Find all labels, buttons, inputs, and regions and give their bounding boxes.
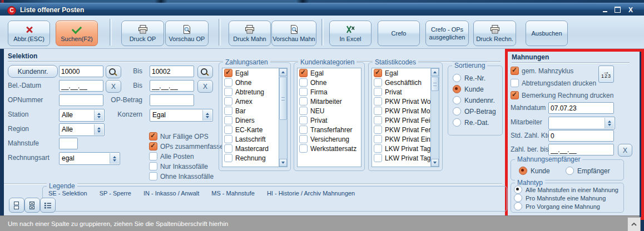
checkbox-icon[interactable]	[224, 88, 232, 96]
station-select[interactable]: Alle	[59, 109, 105, 122]
list-item[interactable]: Ohne	[222, 78, 279, 87]
list-item[interactable]: Egal	[298, 68, 361, 78]
list-item[interactable]: NEU	[298, 106, 361, 116]
list-item[interactable]: Firma	[298, 87, 361, 97]
checkbox-gem-mahnzyklus[interactable]: gem. Mahnzyklus	[511, 67, 573, 75]
mitarbeiter-select[interactable]	[548, 117, 615, 129]
radio-icon[interactable]	[453, 96, 461, 104]
checkbox-icon[interactable]	[374, 97, 382, 106]
radio-icon[interactable]	[514, 194, 522, 202]
checkbox-icon[interactable]	[299, 69, 308, 77]
list-item[interactable]: Ohne	[298, 78, 361, 87]
radio-kunde[interactable]: Kunde	[453, 85, 484, 93]
maximize-button[interactable]	[613, 6, 622, 13]
radio-kundennr[interactable]: Kundennr.	[453, 96, 495, 104]
spinner-icon[interactable]	[110, 153, 119, 164]
scroll-thumb[interactable]	[431, 77, 439, 91]
list-item[interactable]: Abtretung	[222, 87, 279, 97]
checkbox-abtretungsdaten[interactable]: Abtretungsdaten drucken	[511, 79, 596, 87]
scroll-thumb[interactable]	[279, 77, 287, 120]
list-item[interactable]: Geschäftlich	[372, 78, 430, 87]
checkbox-icon[interactable]	[374, 88, 382, 96]
checkbox-nur-faellige-ops[interactable]: Nur Fällige OPS	[149, 132, 209, 140]
radio-icon[interactable]	[453, 118, 461, 127]
view-checked-button[interactable]	[24, 198, 40, 213]
statistikcodes-list[interactable]: Egal Geschäftlich Privat PKW Privat Woch…	[371, 68, 439, 167]
zahl-ber-bis-input[interactable]	[548, 144, 614, 155]
checkbox-icon[interactable]	[374, 107, 382, 115]
checkbox-icon[interactable]	[374, 154, 382, 162]
radio-pro-vorgang[interactable]: Pro Vorgang eine Mahnung	[514, 202, 600, 210]
radio-empf-kunde[interactable]: Kunde	[519, 167, 550, 175]
checkbox-icon[interactable]	[374, 78, 382, 87]
checkbox-icon[interactable]	[511, 67, 519, 75]
list-item[interactable]: Versicherung	[298, 134, 361, 144]
list-item[interactable]: Amex	[222, 97, 279, 106]
list-item[interactable]: Egal	[372, 68, 430, 78]
close-button[interactable]	[626, 6, 635, 13]
scroll-up-icon[interactable]	[279, 68, 287, 76]
radio-icon[interactable]	[566, 167, 574, 175]
radio-alle-mahnstufen[interactable]: Alle Mahnstufen in einer Mahnung	[514, 185, 618, 194]
list-item[interactable]: Rechnung	[222, 153, 279, 163]
checkbox-icon[interactable]	[511, 91, 519, 99]
checkbox-ops-zusammenfassen[interactable]: OPs zusammenfassen	[149, 142, 227, 150]
radio-icon[interactable]	[453, 85, 461, 93]
crefo-ops-button[interactable]: Crefo - OPs ausgeglichen	[425, 21, 469, 46]
scrollbar[interactable]	[279, 68, 287, 167]
rechnungsart-select[interactable]: egal	[59, 152, 120, 165]
print-op-button[interactable]: Druck OP	[121, 21, 164, 46]
checkbox-icon[interactable]	[374, 144, 382, 153]
checkbox-icon[interactable]	[299, 144, 308, 153]
checkbox-icon[interactable]	[299, 125, 308, 134]
view-unchecked-button[interactable]	[9, 198, 24, 213]
checkbox-icon[interactable]	[224, 97, 232, 106]
list-item[interactable]: LKW Privat Tages	[372, 153, 430, 163]
preview-mahn-button[interactable]: Vorschau Mahn	[271, 21, 316, 46]
list-item[interactable]: Mastercard	[222, 144, 279, 153]
mahnzyklus-sequence-button[interactable]: 123	[598, 66, 614, 83]
konzern-select[interactable]: Egal	[150, 109, 213, 122]
radio-icon[interactable]	[514, 202, 522, 210]
radio-icon[interactable]	[514, 185, 522, 194]
scrollbar[interactable]	[430, 68, 439, 167]
list-item[interactable]: Privat	[372, 87, 430, 97]
opnummer-input[interactable]	[59, 94, 103, 106]
radio-icon[interactable]	[519, 167, 527, 175]
checkbox-icon[interactable]	[224, 125, 232, 134]
preview-op-button[interactable]: Vorschau OP	[165, 21, 209, 46]
checkbox-icon[interactable]	[224, 116, 232, 124]
mahndatum-input[interactable]	[548, 102, 614, 114]
checkbox-icon[interactable]	[299, 107, 308, 115]
region-select[interactable]: Alle	[59, 123, 105, 136]
export-excel-button[interactable]: In Excel	[329, 21, 371, 46]
scroll-up-icon[interactable]	[431, 68, 439, 76]
radio-empf-empfaenger[interactable]: Empfänger	[566, 167, 610, 175]
beldatum-to-clear-button[interactable]	[197, 80, 213, 93]
checkbox-icon[interactable]	[149, 142, 157, 150]
abort-button[interactable]: Abbr.(ESC)	[8, 21, 50, 46]
checkbox-icon[interactable]	[374, 125, 382, 134]
beldatum-from-input[interactable]	[59, 80, 103, 92]
checkbox-icon[interactable]	[149, 152, 157, 160]
scroll-down-icon[interactable]	[431, 159, 439, 167]
checkbox-icon[interactable]	[299, 97, 308, 106]
spinner-icon[interactable]	[94, 110, 103, 120]
list-item[interactable]: Werkstattersatz	[298, 144, 361, 153]
zahl-ber-bis-clear-button[interactable]	[618, 144, 632, 157]
grid-scroll-up-button[interactable]	[627, 217, 641, 231]
kundenkategorien-list[interactable]: Egal Ohne Firma Mitarbeiter NEU Privat T…	[297, 68, 361, 167]
list-item[interactable]: PKW Privat Woche	[372, 97, 430, 106]
crefo-button[interactable]: Crefo	[378, 21, 420, 46]
checkbox-icon[interactable]	[299, 78, 308, 87]
list-item[interactable]: Lastschrift	[222, 134, 279, 144]
spinner-icon[interactable]	[94, 124, 103, 135]
list-item[interactable]: PKW Privat Monats	[372, 106, 430, 116]
opbetrag-input[interactable]	[150, 94, 194, 106]
minimize-button[interactable]	[601, 6, 610, 13]
kundennr-to-search-button[interactable]	[197, 66, 213, 78]
kundennr-to-input[interactable]	[150, 66, 194, 77]
print-rechn-button[interactable]: Druck Rechn.	[473, 21, 516, 46]
list-item[interactable]: PKW Privat Feiertag	[372, 116, 430, 125]
list-item[interactable]: Transferfahrer	[298, 125, 361, 134]
